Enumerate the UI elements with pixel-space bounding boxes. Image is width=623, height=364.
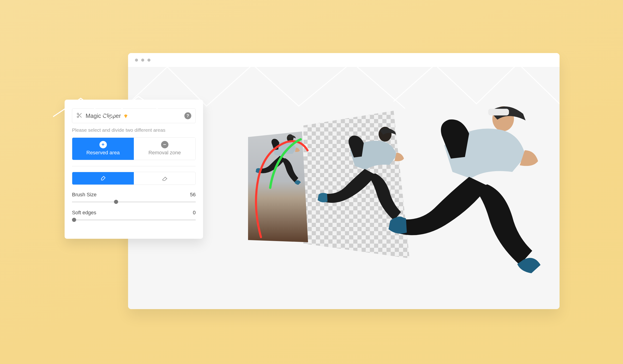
before-after-illustration: [248, 102, 536, 277]
eraser-icon: [162, 175, 168, 181]
brush-size-row: Brush Size 56: [72, 192, 196, 198]
brush-size-value: 56: [190, 192, 196, 198]
brush-size-label: Brush Size: [72, 192, 96, 198]
divider: [72, 166, 196, 166]
svg-rect-3: [488, 109, 509, 116]
soft-edges-row: Soft edges 0: [72, 210, 196, 216]
instruction-text: Please select and divide two different a…: [72, 127, 196, 133]
reserved-area-button[interactable]: + Reserved area: [72, 138, 134, 160]
help-icon[interactable]: ?: [184, 112, 191, 119]
brush-icon: [100, 175, 106, 181]
traffic-light-zoom[interactable]: [147, 59, 151, 62]
removal-zone-button[interactable]: − Removal zone: [134, 138, 196, 160]
plus-icon: +: [99, 141, 107, 148]
window-titlebar: [128, 53, 559, 67]
reserved-area-label: Reserved area: [86, 150, 119, 156]
area-mode-segmented: + Reserved area − Removal zone: [72, 137, 196, 160]
soft-edges-value: 0: [193, 210, 196, 216]
background-mountains-panel: [53, 94, 173, 121]
eraser-tool-button[interactable]: [134, 172, 196, 185]
soft-edges-slider[interactable]: [72, 219, 196, 221]
subject-thumbnail-small: [253, 130, 304, 188]
brush-tool-button[interactable]: [72, 172, 134, 185]
brush-eraser-segmented: [72, 172, 196, 185]
brush-size-slider[interactable]: [72, 201, 196, 203]
minus-icon: −: [161, 141, 168, 148]
soft-edges-label: Soft edges: [72, 210, 96, 216]
subject-large-cutout: [382, 95, 548, 279]
removal-zone-label: Removal zone: [148, 150, 181, 156]
traffic-light-close[interactable]: [135, 59, 138, 62]
traffic-light-minimize[interactable]: [141, 59, 144, 62]
